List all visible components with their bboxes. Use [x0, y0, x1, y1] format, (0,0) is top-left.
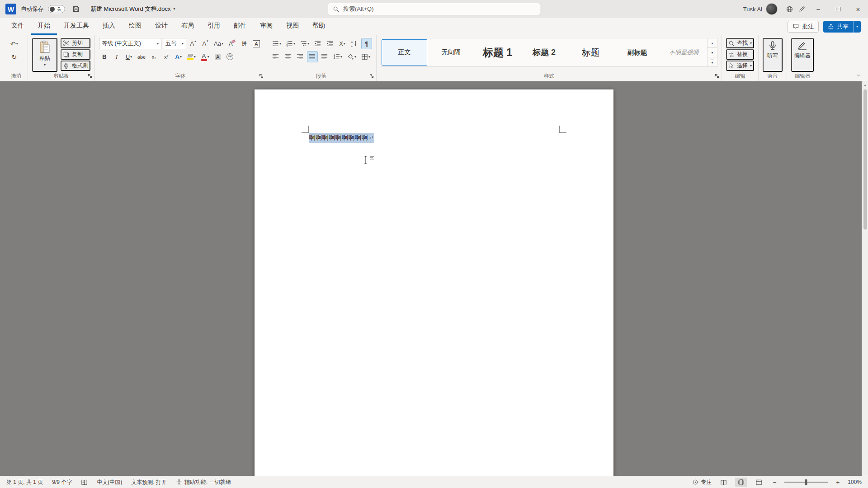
accessibility-status[interactable]: 辅助功能: 一切就绪	[176, 479, 231, 486]
save-button[interactable]	[70, 3, 82, 15]
avatar[interactable]	[766, 3, 778, 15]
focus-button[interactable]: 专注	[692, 479, 712, 486]
highlight-button[interactable]: ▾	[185, 51, 198, 62]
zoom-slider[interactable]	[784, 479, 828, 486]
styles-dialog-launcher[interactable]	[714, 73, 720, 79]
replace-button[interactable]: 替换	[726, 49, 754, 60]
enclose-characters-button[interactable]: 字	[225, 51, 236, 62]
print-layout-button[interactable]	[735, 478, 747, 487]
scrollbar-thumb[interactable]	[863, 89, 867, 230]
change-case-button[interactable]: Aa▾	[212, 38, 225, 49]
tab-design[interactable]: 设计	[148, 18, 175, 35]
document-page[interactable]: 啊啊啊啊啊啊啊啊啊 ↵	[255, 89, 613, 476]
increase-indent-button[interactable]	[325, 38, 335, 49]
style-subtle-emphasis[interactable]: 不明显强调	[661, 39, 707, 66]
close-button[interactable]: ×	[848, 0, 868, 18]
share-dropdown[interactable]: ▾	[853, 21, 861, 33]
style-subtitle[interactable]: 副标题	[614, 39, 660, 66]
character-border-button[interactable]: A	[251, 38, 262, 49]
tab-references[interactable]: 引用	[201, 18, 227, 35]
asian-layout-button[interactable]: X▾	[337, 38, 348, 49]
italic-button[interactable]: I	[111, 51, 122, 62]
tab-layout[interactable]: 布局	[175, 18, 201, 35]
paragraph-dialog-launcher[interactable]	[369, 73, 374, 79]
word-logo-icon[interactable]: W	[5, 4, 16, 14]
autosave-toggle[interactable]: 关	[48, 5, 65, 13]
align-left-button[interactable]	[270, 51, 281, 62]
grow-font-button[interactable]: A▴	[188, 38, 198, 49]
clipboard-dialog-launcher[interactable]	[87, 73, 93, 79]
cut-button[interactable]: 剪切	[61, 38, 90, 48]
proofing-status[interactable]	[81, 479, 88, 486]
selected-text[interactable]: 啊啊啊啊啊啊啊啊啊 ↵	[309, 133, 374, 143]
numbering-button[interactable]: 123 ▾	[284, 38, 297, 49]
font-dialog-launcher[interactable]	[259, 73, 264, 79]
tab-developer[interactable]: 开发工具	[57, 18, 96, 35]
superscript-button[interactable]: x²	[161, 51, 172, 62]
subscript-button[interactable]: x₂	[149, 51, 160, 62]
zoom-out-button[interactable]: −	[770, 479, 778, 486]
styles-gallery-more-button[interactable]: ▾	[708, 57, 717, 66]
vertical-scrollbar[interactable]: ▴	[862, 81, 868, 476]
scroll-up-icon[interactable]: ▴	[864, 81, 866, 89]
strikethrough-button[interactable]: abc	[136, 51, 147, 62]
maximize-button[interactable]	[828, 0, 848, 18]
zoom-percentage[interactable]: 100%	[848, 479, 862, 485]
style-title[interactable]: 标题	[568, 39, 613, 66]
tab-help[interactable]: 帮助	[306, 18, 332, 35]
text-prediction-status[interactable]: 文本预测: 打开	[131, 479, 167, 486]
font-name-combo[interactable]: 等线 (中文正文) ▾	[99, 38, 161, 49]
line-spacing-button[interactable]: ▾	[331, 51, 344, 62]
style-normal[interactable]: 正文	[382, 39, 427, 66]
tab-mailings[interactable]: 邮件	[227, 18, 253, 35]
copy-button[interactable]: 复制	[61, 49, 90, 60]
multilevel-list-button[interactable]: ▾	[298, 38, 311, 49]
font-size-combo[interactable]: 五号 ▾	[163, 38, 186, 49]
sort-button[interactable]: AZ	[349, 38, 360, 49]
editor-button[interactable]: 编辑器	[791, 38, 814, 72]
share-button[interactable]: 共享 ▾	[823, 21, 861, 33]
zoom-thumb[interactable]	[805, 479, 807, 485]
web-layout-button[interactable]	[753, 478, 764, 487]
share-main[interactable]: 共享	[823, 21, 853, 33]
tab-file[interactable]: 文件	[5, 18, 31, 35]
bullets-button[interactable]: ▾	[270, 38, 283, 49]
tab-review[interactable]: 审阅	[253, 18, 279, 35]
distribute-button[interactable]	[319, 51, 330, 62]
document-text-line[interactable]: 啊啊啊啊啊啊啊啊啊 ↵	[309, 133, 374, 143]
style-heading-2[interactable]: 标题 2	[521, 39, 567, 66]
styles-scroll-up-button[interactable]: ▴	[708, 38, 717, 48]
find-button[interactable]: 查找 ▾	[726, 38, 754, 48]
tab-draw[interactable]: 绘图	[122, 18, 148, 35]
clear-formatting-button[interactable]: A	[226, 38, 237, 49]
inking-button[interactable]	[796, 3, 808, 15]
show-hide-marks-button[interactable]: ¶	[361, 38, 372, 49]
language-status[interactable]: 中文(中国)	[97, 479, 122, 486]
shrink-font-button[interactable]: A▾	[200, 38, 211, 49]
borders-button[interactable]: ▾	[359, 51, 372, 62]
search-box[interactable]: 搜索(Alt+Q)	[328, 3, 540, 15]
underline-button[interactable]: U▾	[123, 51, 134, 62]
read-mode-button[interactable]	[717, 478, 729, 487]
select-button[interactable]: 选择 ▾	[726, 61, 754, 71]
zoom-in-button[interactable]: +	[834, 479, 842, 486]
bold-button[interactable]: B	[99, 51, 110, 62]
comments-button[interactable]: 批注	[788, 21, 819, 33]
document-title[interactable]: 新建 Microsoft Word 文档.docx ▾	[87, 3, 179, 15]
page-number-status[interactable]: 第 1 页, 共 1 页	[6, 479, 43, 486]
dictate-button[interactable]: 听写	[763, 38, 783, 72]
shading-button[interactable]: ▾	[345, 51, 358, 62]
tab-view[interactable]: 视图	[279, 18, 306, 35]
format-painter-button[interactable]: 格式刷	[61, 61, 90, 71]
tab-home[interactable]: 开始	[31, 18, 57, 35]
styles-scroll-down-button[interactable]: ▾	[708, 48, 717, 57]
style-heading-1[interactable]: 标题 1	[475, 39, 520, 66]
redo-button[interactable]: ↻	[9, 51, 20, 62]
settings-button[interactable]	[783, 3, 796, 15]
collapse-ribbon-button[interactable]	[854, 72, 863, 79]
justify-button[interactable]	[307, 51, 318, 62]
tab-insert[interactable]: 插入	[96, 18, 122, 35]
minimize-button[interactable]: −	[808, 0, 828, 18]
undo-button[interactable]: ↶ ▾	[9, 38, 20, 49]
phonetic-guide-button[interactable]: 拼	[239, 38, 250, 49]
